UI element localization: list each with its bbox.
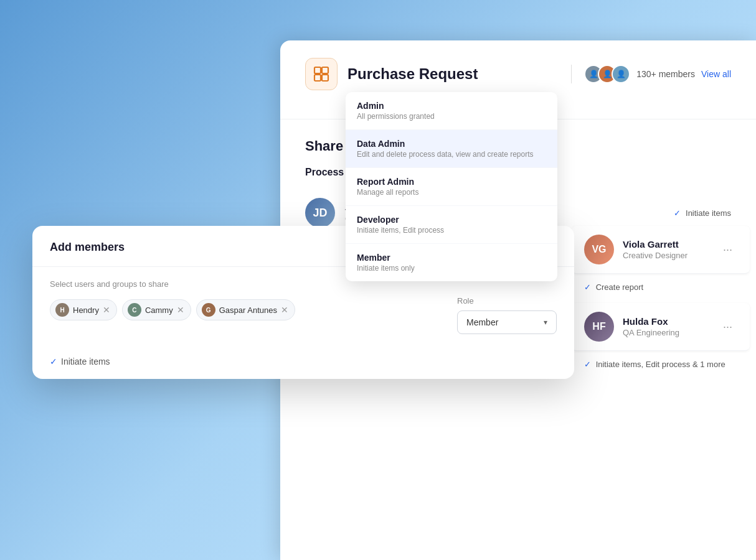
modal-row: H Hendry ✕ C Cammy ✕ G Gaspar Antunes ✕ bbox=[50, 296, 557, 334]
app-title: Purchase Request bbox=[347, 65, 561, 83]
members-count: 130+ members bbox=[636, 69, 695, 79]
modal-footer: ✓ Initiate items bbox=[32, 347, 574, 379]
tag-avatar-cammy: C bbox=[128, 303, 141, 317]
dropdown-desc-admin: All permissions granted bbox=[357, 112, 546, 121]
role-label: Role bbox=[457, 296, 474, 306]
dropdown-item-data-admin[interactable]: Data Admin Edit and delete process data,… bbox=[346, 130, 557, 168]
tag-avatar-hendry: H bbox=[55, 303, 69, 317]
dropdown-desc-data-admin: Edit and delete process data, view and c… bbox=[357, 150, 546, 159]
tags-area[interactable]: H Hendry ✕ C Cammy ✕ G Gaspar Antunes ✕ bbox=[50, 296, 447, 324]
role-section: Role Member ▾ bbox=[457, 296, 557, 334]
tag-gaspar: G Gaspar Antunes ✕ bbox=[196, 299, 295, 320]
check-icon-hulda: ✓ bbox=[584, 360, 591, 369]
avatar-jackson: JD bbox=[305, 198, 335, 228]
dropdown-desc-developer: Initiate items, Edit process bbox=[357, 226, 546, 235]
member-card-viola: VG Viola Garrett Creative Designer ··· bbox=[572, 226, 750, 274]
dropdown-item-report-admin[interactable]: Report Admin Manage all reports bbox=[346, 168, 557, 206]
member-role-viola: Creative Designer bbox=[623, 251, 718, 260]
tag-cammy: C Cammy ✕ bbox=[122, 299, 191, 320]
member-name-viola: Viola Garrett bbox=[623, 239, 718, 250]
member-avatars: 👤 👤 👤 bbox=[584, 65, 630, 83]
app-icon bbox=[305, 58, 338, 90]
dropdown-desc-member: Initiate items only bbox=[357, 264, 546, 273]
avatar-viola: VG bbox=[584, 235, 614, 264]
dropdown-title-admin: Admin bbox=[357, 101, 546, 111]
chevron-down-icon: ▾ bbox=[544, 318, 547, 327]
tag-close-cammy[interactable]: ✕ bbox=[177, 305, 184, 315]
role-dropdown: Admin All permissions granted Data Admin… bbox=[346, 92, 557, 281]
permission-text-jackson: Initiate items bbox=[686, 208, 731, 218]
dropdown-desc-report-admin: Manage all reports bbox=[357, 188, 546, 197]
svg-rect-2 bbox=[314, 75, 321, 81]
right-members-panel: VG Viola Garrett Creative Designer ··· ✓… bbox=[572, 226, 750, 375]
role-selected-value: Member bbox=[466, 317, 498, 327]
role-select[interactable]: Member ▾ bbox=[457, 310, 557, 334]
dropdown-title-member: Member bbox=[357, 253, 546, 263]
more-button-viola[interactable]: ··· bbox=[718, 241, 737, 259]
svg-rect-3 bbox=[322, 75, 328, 81]
dropdown-item-developer[interactable]: Developer Initiate items, Edit process bbox=[346, 206, 557, 244]
tag-hendry: H Hendry ✕ bbox=[50, 299, 117, 320]
dropdown-item-member[interactable]: Member Initiate items only bbox=[346, 244, 557, 281]
tag-label-cammy: Cammy bbox=[145, 306, 173, 315]
avatar-hulda: HF bbox=[584, 312, 614, 342]
check-icon-jackson: ✓ bbox=[674, 208, 681, 218]
purchase-request-icon bbox=[313, 65, 330, 83]
viola-permission: ✓ Create report bbox=[572, 279, 750, 298]
tag-close-gaspar[interactable]: ✕ bbox=[281, 305, 288, 315]
svg-rect-0 bbox=[314, 67, 321, 73]
hulda-permission-text: Initiate items, Edit process & 1 more bbox=[596, 360, 725, 369]
member-info-viola: Viola Garrett Creative Designer bbox=[623, 239, 718, 260]
member-name-hulda: Hulda Fox bbox=[623, 316, 718, 327]
member-role-hulda: QA Engineering bbox=[623, 328, 718, 337]
viola-permission-text: Create report bbox=[596, 282, 644, 292]
tag-label-gaspar: Gaspar Antunes bbox=[219, 306, 277, 315]
hulda-permission: ✓ Initiate items, Edit process & 1 more bbox=[572, 356, 750, 375]
member-permission-jackson: ✓ Initiate items bbox=[674, 208, 731, 218]
initiate-items-row: ✓ Initiate items bbox=[50, 357, 110, 366]
tag-avatar-gaspar: G bbox=[202, 303, 215, 317]
member-card-hulda: HF Hulda Fox QA Engineering ··· bbox=[572, 303, 750, 351]
avatar-3: 👤 bbox=[612, 65, 630, 83]
more-button-hulda[interactable]: ··· bbox=[718, 318, 737, 336]
view-all-link[interactable]: View all bbox=[701, 69, 731, 79]
modal-title: Add members bbox=[50, 241, 125, 254]
footer-permission-text: Initiate items bbox=[61, 357, 110, 366]
check-blue-icon: ✓ bbox=[50, 357, 57, 366]
dropdown-title-data-admin: Data Admin bbox=[357, 139, 546, 149]
dropdown-item-admin[interactable]: Admin All permissions granted bbox=[346, 92, 557, 130]
svg-rect-1 bbox=[322, 67, 328, 73]
members-info: 👤 👤 👤 130+ members View all bbox=[571, 65, 731, 83]
tag-label-hendry: Hendry bbox=[73, 306, 99, 315]
member-info-hulda: Hulda Fox QA Engineering bbox=[623, 316, 718, 337]
check-icon-viola: ✓ bbox=[584, 282, 591, 292]
tag-close-hendry[interactable]: ✕ bbox=[103, 305, 110, 315]
dropdown-title-report-admin: Report Admin bbox=[357, 177, 546, 187]
dropdown-title-developer: Developer bbox=[357, 215, 546, 225]
